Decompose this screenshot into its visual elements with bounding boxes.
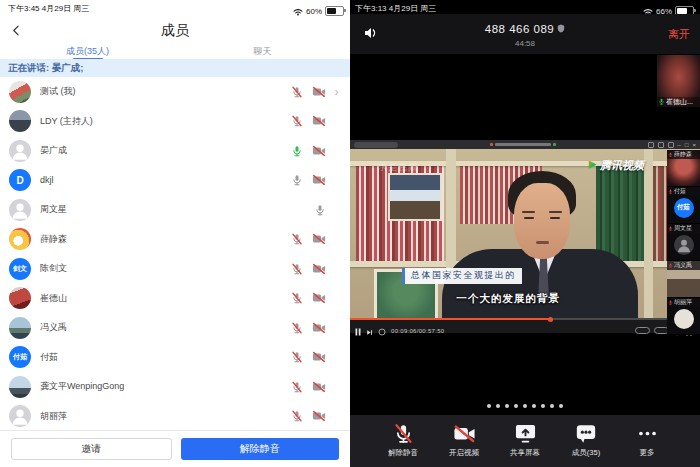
bookshelf-books-green <box>596 161 644 261</box>
member-status-icons <box>291 174 326 186</box>
member-avatar <box>9 81 31 103</box>
invite-button[interactable]: 邀请 <box>11 438 172 460</box>
member-status-icons <box>291 263 326 275</box>
cam-off-icon <box>312 263 326 275</box>
mic-muted-icon <box>291 292 303 304</box>
member-row[interactable]: Ddkjl› <box>0 166 350 196</box>
toolbar-label: 开启视频 <box>449 448 479 458</box>
meeting-toolbar: 解除静音开启视频共享屏幕成员(35)更多 <box>350 415 700 467</box>
cam-off-icon <box>312 381 326 393</box>
progress-fill <box>350 318 550 320</box>
page-dot <box>523 404 527 408</box>
member-avatar <box>9 140 31 162</box>
more-icon <box>637 422 658 445</box>
member-row[interactable]: 周文星› <box>0 195 350 225</box>
participant-name: 薛静森 <box>674 150 692 159</box>
window-app-pill <box>354 142 398 148</box>
page-dot <box>559 404 563 408</box>
member-row[interactable]: 龚文平WenpingGong› <box>0 372 350 402</box>
meeting-id-block[interactable]: 488 466 089 44:58 <box>350 19 700 48</box>
participant-label: 付茹 <box>667 187 700 196</box>
speaker-eye <box>524 217 534 219</box>
page-dot <box>514 404 518 408</box>
meeting-header: 488 466 089 44:58 离开 <box>350 14 700 54</box>
member-row[interactable]: 冯义禹› <box>0 313 350 343</box>
toolbar-share-screen[interactable]: 共享屏幕 <box>499 422 551 467</box>
speaker-face <box>514 183 570 259</box>
member-avatar <box>9 317 31 339</box>
member-row[interactable]: 薛静森› <box>0 225 350 255</box>
participant-avatar: 付茹 <box>674 198 694 218</box>
member-row[interactable]: 晏广成› <box>0 136 350 166</box>
right-status-bar: 下午3:13 4月29日 周三 66% <box>350 0 700 14</box>
page-indicator-dots <box>350 404 700 408</box>
cam-off-icon <box>312 86 326 98</box>
participant-label: 薛静森 <box>667 150 700 159</box>
leave-button[interactable]: 离开 <box>668 27 690 42</box>
member-name: LDY (主持人) <box>40 115 93 128</box>
cam-off-icon <box>312 233 326 245</box>
member-status-icons <box>291 322 326 334</box>
unmute-button[interactable]: 解除静音 <box>181 438 340 460</box>
participant-thumbnail[interactable]: 薛静森 <box>667 150 700 187</box>
member-name: 陈剑文 <box>40 262 67 275</box>
window-controls: – □ × <box>648 142 696 148</box>
cam-off-icon <box>312 410 326 422</box>
member-status-icons <box>291 410 326 422</box>
active-speaker-thumbnail[interactable]: 崔德山... <box>657 55 700 107</box>
member-avatar <box>9 287 31 309</box>
shared-screen-window[interactable]: – □ × <box>350 140 700 333</box>
members-footer: 邀请 解除静音 <box>0 430 350 467</box>
toolbar-more[interactable]: 更多 <box>621 422 673 467</box>
participant-thumbnail-strip: 薛静森付茹付茹周文星冯义禹胡丽萍 <box>667 150 700 335</box>
toolbar-mic-off[interactable]: 解除静音 <box>377 422 429 467</box>
member-avatar <box>9 228 31 250</box>
member-row[interactable]: 崔德山› <box>0 284 350 314</box>
toolbar-label: 更多 <box>640 448 655 458</box>
participant-avatar <box>674 309 694 329</box>
member-status-icons <box>291 233 326 245</box>
icon-spacer <box>293 204 305 216</box>
member-row[interactable]: 付茹付茹› <box>0 343 350 373</box>
toolbar-members[interactable]: 成员(35) <box>560 422 612 467</box>
mic-off-icon <box>668 263 673 268</box>
member-row[interactable]: 剑文陈剑文› <box>0 254 350 284</box>
member-status-icons <box>291 292 326 304</box>
participant-thumbnail[interactable]: 胡丽萍 <box>667 298 700 335</box>
member-status-icons <box>291 145 326 157</box>
mic-muted-icon <box>291 351 303 363</box>
toolbar-label: 共享屏幕 <box>510 448 540 458</box>
mic-off-icon <box>668 226 673 231</box>
mic-muted-icon <box>291 86 303 98</box>
participant-thumbnail[interactable]: 冯义禹 <box>667 261 700 298</box>
participant-label: 胡丽萍 <box>667 298 700 307</box>
member-row[interactable]: 测试 (我)› <box>0 77 350 107</box>
mic-on-icon <box>658 98 665 106</box>
member-name: dkjl <box>40 175 54 185</box>
cam-off-icon <box>312 115 326 127</box>
toolbar-camera-off[interactable]: 开启视频 <box>438 422 490 467</box>
participant-thumbnail[interactable]: 周文星 <box>667 224 700 261</box>
mic-muted-icon <box>291 322 303 334</box>
speaker-eye <box>550 217 560 219</box>
participant-thumbnail[interactable]: 付茹付茹 <box>667 187 700 224</box>
tab-chat[interactable]: 聊天 <box>175 46 350 59</box>
player-left-controls: 00:09:06/00:57:50 <box>355 322 444 340</box>
mic-off-icon <box>393 422 414 445</box>
member-row[interactable]: LDY (主持人)› <box>0 107 350 137</box>
member-name: 胡丽萍 <box>40 410 67 423</box>
window-close-button: × <box>692 142 696 148</box>
page-dot <box>541 404 545 408</box>
mic-muted-icon <box>291 381 303 393</box>
members-nav-bar: 成员 <box>0 14 350 46</box>
member-row[interactable]: 胡丽萍› <box>0 402 350 431</box>
member-avatar <box>9 405 31 427</box>
share-screen-icon <box>514 422 537 445</box>
member-name: 冯义禹 <box>40 321 67 334</box>
mic-grey-icon <box>291 174 303 186</box>
member-status-icons <box>291 351 326 363</box>
window-title-bar: – □ × <box>350 140 700 149</box>
brand-logo-text: 腾讯视频 <box>600 158 644 173</box>
member-name: 龚文平WenpingGong <box>40 380 124 393</box>
tab-members[interactable]: 成员(35人) <box>0 46 175 59</box>
